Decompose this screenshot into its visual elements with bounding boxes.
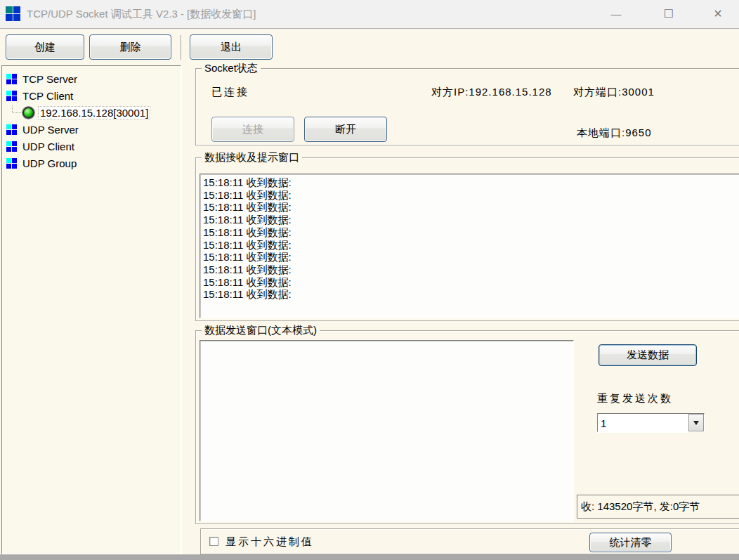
clear-stats-button[interactable]: 统计清零 bbox=[589, 533, 672, 552]
tree-item-connection[interactable]: 192.168.15.128[30001] bbox=[2, 105, 150, 120]
icon-square bbox=[12, 164, 17, 169]
delete-button[interactable]: 删除 bbox=[89, 34, 171, 60]
close-icon[interactable]: ✕ bbox=[702, 0, 734, 28]
socket-connected-icon bbox=[22, 107, 34, 119]
exit-button[interactable]: 退出 bbox=[190, 34, 273, 60]
receive-line[interactable]: 15:18:11 收到数据: bbox=[203, 176, 739, 189]
icon-square bbox=[12, 96, 17, 101]
tree-item-label: TCP Server bbox=[21, 73, 79, 85]
remote-ip-text: 对方IP:192.168.15.128 bbox=[431, 86, 552, 99]
socket-status-group-label: Socket状态 bbox=[202, 62, 261, 74]
icon-square bbox=[12, 147, 17, 152]
icon-square bbox=[12, 124, 17, 129]
create-button[interactable]: 创建 bbox=[6, 34, 84, 60]
minimize-icon[interactable]: — bbox=[600, 0, 632, 28]
window-title: TCP/UDP Socket 调试工具 V2.3 - [数据收发窗口] bbox=[27, 0, 256, 28]
combo-dropdown-button[interactable] bbox=[688, 414, 704, 431]
window-bottom-edge bbox=[0, 554, 739, 560]
app-squares-icon bbox=[6, 124, 17, 135]
icon-square bbox=[6, 164, 11, 169]
app-icon-square bbox=[13, 6, 20, 13]
icon-square bbox=[12, 91, 17, 96]
tree-item-udp-server[interactable]: UDP Server bbox=[2, 122, 80, 137]
socket-tree-panel[interactable]: TCP ServerTCP Client192.168.15.128[30001… bbox=[1, 65, 181, 554]
tree-item-label: TCP Client bbox=[21, 90, 74, 102]
remote-port-text: 对方端口:30001 bbox=[573, 86, 655, 99]
repeat-count-input[interactable] bbox=[598, 414, 688, 433]
chevron-down-icon bbox=[693, 421, 699, 425]
send-data-button[interactable]: 发送数据 bbox=[599, 344, 697, 366]
connect-button[interactable]: 连接 bbox=[211, 117, 294, 142]
connection-status-text: 已连接 bbox=[211, 86, 249, 99]
receive-line[interactable]: 15:18:11 收到数据: bbox=[203, 276, 739, 289]
socket-status-group: Socket状态 已连接 对方IP:192.168.15.128 对方端口:30… bbox=[195, 68, 739, 145]
hex-checkbox-label: 显示十六进制值 bbox=[225, 535, 314, 549]
icon-square bbox=[6, 141, 11, 146]
repeat-count-label: 重复发送次数 bbox=[597, 392, 673, 405]
icon-square bbox=[6, 124, 11, 129]
send-textarea[interactable] bbox=[200, 340, 574, 521]
tree-item-tcp-client[interactable]: TCP Client bbox=[2, 88, 74, 103]
app-squares-icon bbox=[6, 158, 17, 169]
icon-square bbox=[6, 74, 11, 79]
receive-line[interactable]: 15:18:11 收到数据: bbox=[203, 214, 739, 226]
receive-listbox[interactable]: 15:18:11 收到数据:15:18:11 收到数据:15:18:11 收到数… bbox=[200, 174, 739, 318]
icon-square bbox=[6, 79, 11, 84]
icon-square bbox=[6, 91, 11, 96]
icon-square bbox=[12, 74, 17, 79]
icon-square bbox=[12, 130, 17, 135]
send-group-label: 数据发送窗口(文本模式) bbox=[202, 324, 320, 337]
tree-item-udp-group[interactable]: UDP Group bbox=[2, 155, 78, 171]
receive-line[interactable]: 15:18:11 收到数据: bbox=[203, 201, 739, 214]
disconnect-button[interactable]: 断开 bbox=[304, 117, 387, 142]
icon-square bbox=[6, 130, 11, 135]
receive-group: 数据接收及提示窗口 15:18:11 收到数据:15:18:11 收到数据:15… bbox=[195, 157, 739, 321]
app-squares-icon bbox=[6, 141, 17, 152]
app-icon-square bbox=[13, 14, 20, 21]
tree-item-tcp-server[interactable]: TCP Server bbox=[2, 71, 79, 86]
toolbar-separator bbox=[181, 35, 182, 60]
receive-line[interactable]: 15:18:11 收到数据: bbox=[203, 239, 739, 252]
tree-item-label: 192.168.15.128[30001] bbox=[39, 107, 150, 119]
icon-square bbox=[6, 96, 11, 101]
panel-splitter[interactable] bbox=[181, 65, 182, 554]
title-bar: TCP/UDP Socket 调试工具 V2.3 - [数据收发窗口] — ☐ … bbox=[0, 0, 739, 29]
app-squares-icon bbox=[6, 91, 17, 101]
app-icon bbox=[6, 6, 20, 21]
icon-square bbox=[6, 147, 11, 152]
receive-line[interactable]: 15:18:11 收到数据: bbox=[203, 251, 739, 263]
send-group: 数据发送窗口(文本模式) 发送数据 重复发送次数 收: 143520字节, 发:… bbox=[195, 330, 739, 524]
tree-item-label: UDP Client bbox=[21, 141, 76, 152]
receive-line[interactable]: 15:18:11 收到数据: bbox=[203, 189, 739, 202]
tree-item-udp-client[interactable]: UDP Client bbox=[2, 138, 76, 154]
tree-connector bbox=[12, 105, 21, 113]
toolbar: 创建 删除 退出 bbox=[0, 29, 739, 65]
receive-group-label: 数据接收及提示窗口 bbox=[202, 151, 302, 164]
repeat-count-combobox[interactable] bbox=[597, 413, 705, 432]
maximize-icon[interactable]: ☐ bbox=[653, 0, 685, 28]
bottom-bar: 显示十六进制值 统计清零 bbox=[200, 528, 739, 554]
receive-line[interactable]: 15:18:11 收到数据: bbox=[203, 226, 739, 239]
icon-square bbox=[12, 141, 17, 146]
icon-square bbox=[6, 158, 11, 163]
local-port-text: 本地端口:9650 bbox=[577, 126, 652, 140]
icon-square bbox=[12, 79, 17, 84]
tree-item-label: UDP Group bbox=[21, 157, 78, 169]
receive-line[interactable]: 15:18:11 收到数据: bbox=[203, 263, 739, 276]
icon-square bbox=[12, 158, 17, 163]
tree-item-label: UDP Server bbox=[21, 124, 80, 136]
app-icon-square bbox=[6, 6, 13, 13]
hex-checkbox[interactable] bbox=[209, 537, 218, 546]
byte-stats-text: 收: 143520字节, 发:0字节 bbox=[577, 495, 739, 519]
app-squares-icon bbox=[6, 74, 17, 84]
app-icon-square bbox=[6, 14, 13, 21]
receive-line[interactable]: 15:18:11 收到数据: bbox=[203, 288, 739, 301]
